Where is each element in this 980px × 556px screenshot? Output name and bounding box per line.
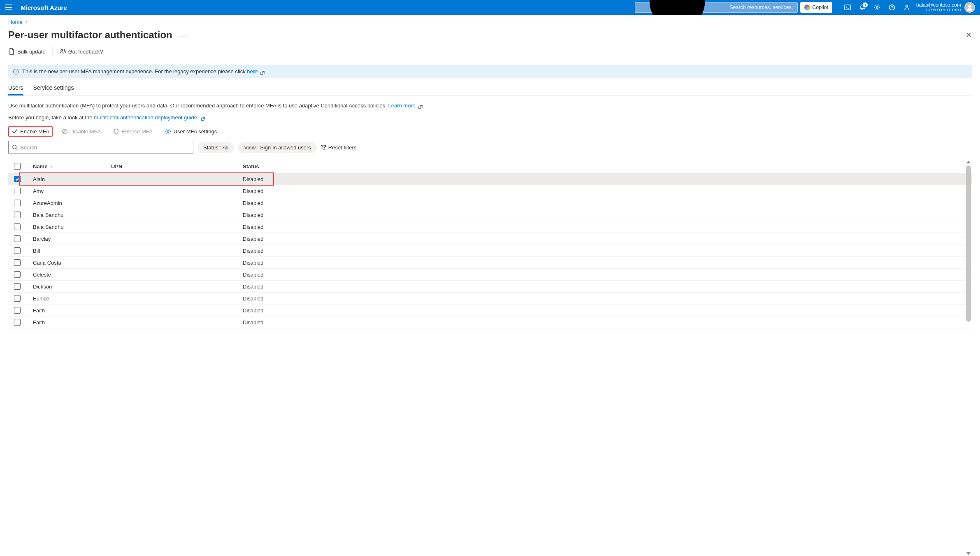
table-row[interactable]: DicksonDisabled [8,281,972,293]
table-row[interactable]: Carla CostaDisabled [8,257,972,269]
user-search[interactable] [8,141,193,154]
hamburger-menu-icon[interactable] [5,5,12,10]
got-feedback-label: Got feedback? [68,49,103,55]
table-header: Name ↑ UPN Status [8,160,972,173]
tab-service-settings[interactable]: Service settings [33,83,74,95]
column-upn[interactable]: UPN [111,163,243,170]
cell-name: Faith [29,319,111,326]
page: Home 〉 Per-user multifactor authenticati… [0,15,980,556]
cell-status: Disabled [243,295,972,302]
scroll-up-icon[interactable] [966,161,971,163]
row-checkbox[interactable] [14,200,21,206]
row-checkbox[interactable] [14,188,21,194]
bulk-update-button[interactable]: Bulk update [8,48,46,55]
svg-point-10 [167,130,169,132]
info-icon: i [13,69,19,74]
cell-status: Disabled [243,319,972,326]
enable-mfa-button[interactable]: Enable MFA [8,126,53,137]
notifications-icon[interactable]: 1 [859,4,866,11]
column-status[interactable]: Status [243,163,972,170]
shield-icon [113,128,119,135]
help-icon[interactable] [888,4,896,11]
cell-name: Celeste [29,272,111,278]
table-row[interactable]: AzureAdminDisabled [8,197,972,209]
breadcrumb-home[interactable]: Home [8,19,23,25]
table-row[interactable]: FaithDisabled [8,316,972,328]
svg-point-6 [968,5,971,8]
scroll-thumb[interactable] [966,165,971,322]
row-checkbox[interactable] [14,283,21,290]
cell-name: Bala Sandhu [29,224,111,230]
copilot-icon [804,5,810,10]
table-row[interactable]: FaithDisabled [8,305,972,316]
row-checkbox[interactable] [14,223,21,230]
feedback-icon[interactable] [903,4,910,11]
got-feedback-button[interactable]: Got feedback? [59,48,103,55]
row-checkbox[interactable] [14,307,21,314]
funnel-icon [321,145,326,150]
copilot-button[interactable]: Copilot [800,2,832,13]
more-button[interactable]: … [180,31,186,39]
disable-mfa-label: Disable MFA [70,128,101,135]
enable-mfa-label: Enable MFA [20,128,49,135]
row-checkbox[interactable] [14,259,21,266]
table-row[interactable]: CelesteDisabled [8,269,972,281]
learn-more-link[interactable]: Learn more [388,102,415,109]
enforce-mfa-label: Enforce MFA [122,128,153,135]
notification-badge: 1 [863,2,868,7]
gear-icon [165,128,171,135]
action-row: Enable MFA Disable MFA Enforce MFA User … [8,126,972,137]
row-checkbox[interactable] [14,235,21,242]
cell-name: Faith [29,307,111,314]
select-all-checkbox[interactable] [14,163,21,170]
search-input[interactable] [729,5,794,10]
row-checkbox[interactable] [14,247,21,254]
description-line-1: Use multifactor authentication (MFA) to … [8,102,972,109]
cell-name: Eunice [29,295,111,302]
user-block[interactable]: balas@contoso.com IDENTITY IT PRO [916,2,975,13]
user-search-input[interactable] [20,144,190,151]
command-toolbar: Bulk update Got feedback? [0,44,980,60]
brand-label[interactable]: Microsoft Azure [21,4,67,11]
view-filter[interactable]: View : Sign-in allowed users [238,142,316,153]
cell-status: Disabled [243,176,972,182]
reset-filters-button[interactable]: Reset filters [321,144,357,151]
column-name[interactable]: Name ↑ [29,163,111,170]
row-checkbox[interactable] [14,176,21,182]
status-filter[interactable]: Status : All [197,142,234,153]
tab-users[interactable]: Users [8,83,23,95]
close-button[interactable]: ✕ [966,30,972,40]
row-checkbox[interactable] [14,295,21,302]
scrollbar[interactable] [965,160,972,556]
checkmark-icon [12,128,18,135]
table-row[interactable]: Bala SandhuDisabled [8,209,972,221]
table-row[interactable]: AlainDisabled [8,173,972,185]
deployment-guide-link[interactable]: multifactor authentication deployment gu… [94,114,198,121]
cell-name: Amy [29,188,111,194]
row-checkbox[interactable] [14,271,21,278]
svg-rect-2 [845,5,850,10]
reset-filters-label: Reset filters [328,144,357,151]
breadcrumb: Home 〉 [0,15,980,28]
table-row[interactable]: AmyDisabled [8,185,972,197]
user-mfa-settings-button[interactable]: User MFA settings [162,126,220,137]
svg-line-12 [16,149,18,150]
legacy-link[interactable]: here [247,68,258,74]
global-search[interactable] [635,2,798,13]
row-checkbox[interactable] [14,319,21,326]
user-text: balas@contoso.com IDENTITY IT PRO [916,2,961,12]
title-row: Per-user multifactor authentication … ✕ [0,28,980,44]
table-row[interactable]: BillDisabled [8,245,972,257]
scroll-down-icon[interactable] [966,552,971,555]
svg-point-11 [13,145,16,149]
row-checkbox[interactable] [14,212,21,218]
settings-icon[interactable] [873,4,881,11]
svg-point-7 [61,49,63,51]
header-icons: 1 [844,4,910,11]
table-row[interactable]: BarclayDisabled [8,233,972,245]
table-row[interactable]: Bala SandhuDisabled [8,221,972,233]
cell-status: Disabled [243,236,972,242]
table-row[interactable]: EuniceDisabled [8,293,972,305]
cloud-shell-icon[interactable] [844,4,851,11]
enforce-mfa-button: Enforce MFA [110,126,156,137]
